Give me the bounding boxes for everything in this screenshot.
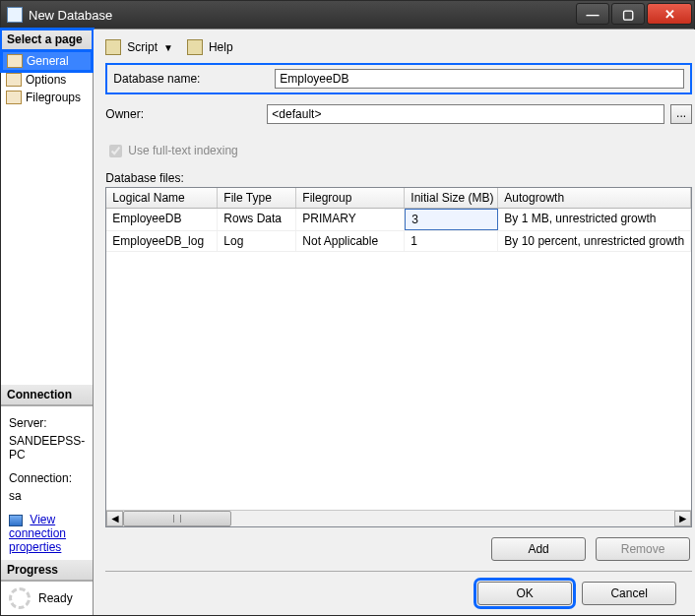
cell-autogrowth[interactable]: By 10 percent, unrestricted growth — [498, 231, 691, 251]
cell-autogrowth[interactable]: By 1 MB, unrestricted growth — [498, 209, 691, 230]
cell-filegroup[interactable]: Not Applicable — [296, 231, 405, 251]
page-icon — [6, 91, 22, 104]
page-label: General — [27, 54, 69, 68]
progress-spinner-icon — [9, 587, 31, 609]
fulltext-label: Use full-text indexing — [128, 144, 237, 157]
server-value: SANDEEPSS-PC — [9, 434, 85, 462]
page-icon — [6, 73, 22, 87]
server-label: Server: — [9, 416, 85, 430]
table-row[interactable]: EmployeeDB_log Log Not Applicable 1 By 1… — [106, 231, 691, 252]
script-icon — [105, 39, 121, 55]
progress-header: Progress — [1, 560, 93, 581]
cell-logical-name[interactable]: EmployeeDB — [106, 209, 218, 230]
connection-header: Connection — [1, 385, 93, 405]
owner-row: Owner: ... — [105, 100, 692, 128]
progress-panel: Ready — [1, 581, 93, 615]
page-label: Filegroups — [26, 91, 81, 104]
cell-initial-size[interactable]: 3 — [405, 209, 498, 230]
col-autogrowth[interactable]: Autogrowth — [498, 188, 691, 208]
database-icon — [7, 7, 23, 23]
cell-logical-name[interactable]: EmployeeDB_log — [106, 231, 218, 251]
left-pane: Select a page General Options Filegroups… — [1, 30, 94, 615]
page-general[interactable]: General — [2, 51, 92, 71]
help-icon — [187, 39, 203, 55]
add-button[interactable]: Add — [491, 537, 586, 561]
ok-button[interactable]: OK — [477, 582, 572, 605]
table-row[interactable]: EmployeeDB Rows Data PRIMARY 3 By 1 MB, … — [106, 209, 691, 231]
owner-label: Owner: — [105, 107, 261, 121]
scroll-right-icon[interactable]: ► — [674, 511, 691, 526]
remove-button: Remove — [596, 537, 690, 561]
col-filegroup[interactable]: Filegroup — [296, 188, 405, 208]
connection-panel: Server: SANDEEPSS-PC Connection: sa View… — [1, 405, 93, 560]
owner-browse-button[interactable]: ... — [670, 104, 692, 124]
script-button[interactable]: Script — [127, 40, 158, 54]
cancel-button[interactable]: Cancel — [582, 582, 676, 605]
col-file-type[interactable]: File Type — [218, 188, 296, 208]
close-button[interactable]: ✕ — [647, 3, 692, 25]
owner-input[interactable] — [267, 104, 664, 124]
fulltext-checkbox — [109, 145, 122, 157]
connection-value: sa — [9, 489, 85, 503]
scroll-left-icon[interactable]: ◄ — [106, 511, 123, 526]
progress-value: Ready — [38, 591, 73, 605]
select-page-header: Select a page — [1, 30, 93, 50]
fulltext-row: Use full-text indexing — [109, 144, 692, 157]
connection-props-icon — [9, 515, 23, 526]
database-name-row: Database name: — [105, 63, 692, 94]
scroll-thumb[interactable] — [123, 511, 231, 526]
minimize-button[interactable]: — — [576, 3, 609, 25]
toolbar: Script ▼ Help — [105, 37, 692, 63]
cell-file-type[interactable]: Rows Data — [218, 209, 296, 230]
col-logical-name[interactable]: Logical Name — [106, 188, 218, 208]
page-label: Options — [26, 73, 66, 87]
database-files-label: Database files: — [105, 171, 692, 185]
connection-label: Connection: — [9, 471, 85, 485]
grid-header: Logical Name File Type Filegroup Initial… — [106, 188, 691, 209]
content-pane: Script ▼ Help Database name: Owner: ... … — [94, 30, 695, 615]
col-initial-size[interactable]: Initial Size (MB) — [405, 188, 498, 208]
database-name-label: Database name: — [113, 72, 269, 86]
page-options[interactable]: Options — [2, 71, 92, 89]
scroll-track[interactable] — [123, 511, 674, 526]
titlebar[interactable]: New Database — ▢ ✕ — [1, 1, 694, 29]
page-icon — [7, 54, 23, 68]
database-files-grid[interactable]: Logical Name File Type Filegroup Initial… — [105, 187, 692, 527]
script-dropdown-icon[interactable]: ▼ — [163, 42, 173, 53]
help-button[interactable]: Help — [209, 40, 233, 54]
dialog-footer: OK Cancel — [105, 571, 692, 615]
cell-filegroup[interactable]: PRIMARY — [296, 209, 405, 230]
dialog-window: New Database — ▢ ✕ Select a page General… — [0, 0, 695, 616]
database-name-input[interactable] — [275, 69, 684, 89]
page-list: General Options Filegroups — [1, 50, 93, 385]
maximize-button[interactable]: ▢ — [611, 3, 645, 25]
page-filegroups[interactable]: Filegroups — [2, 89, 92, 106]
grid-button-row: Add Remove — [105, 527, 692, 571]
horizontal-scrollbar[interactable]: ◄ ► — [106, 510, 691, 526]
cell-initial-size[interactable]: 1 — [405, 231, 498, 251]
cell-file-type[interactable]: Log — [218, 231, 296, 251]
window-title: New Database — [29, 8, 576, 23]
